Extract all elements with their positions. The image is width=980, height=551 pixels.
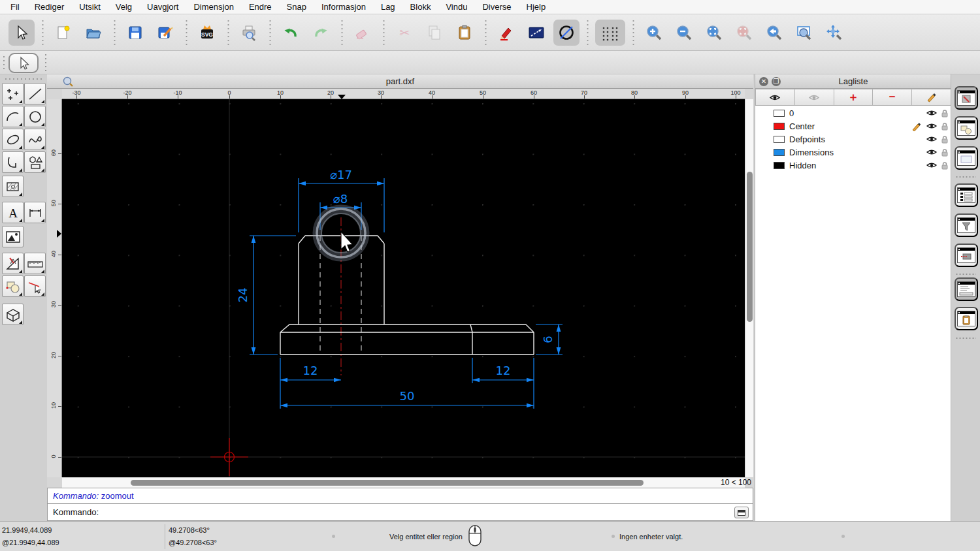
menu-bar: Fil Rediger Utsikt Velg Uavgjort Dimensj…	[0, 0, 980, 14]
open-file-button[interactable]	[80, 20, 106, 46]
undo-button[interactable]	[278, 20, 304, 46]
layer-lock-icon[interactable]	[941, 148, 949, 157]
copy-button[interactable]	[421, 20, 448, 46]
zoom-pan-button[interactable]	[821, 20, 847, 46]
polyline-tool-button[interactable]	[2, 151, 24, 173]
show-all-layers-button[interactable]	[755, 89, 795, 106]
command-history-label: Kommando:	[53, 491, 99, 501]
horizontal-scrollbar-thumb[interactable]	[131, 480, 644, 486]
layer-visibility-icon[interactable]	[926, 135, 937, 143]
dock-block-list-button[interactable]	[955, 116, 978, 140]
hide-all-layers-button[interactable]	[795, 89, 834, 106]
grid-toggle-button[interactable]	[595, 20, 625, 46]
menu-item-rediger[interactable]: Rediger	[35, 2, 65, 12]
cut-button[interactable]: ✂	[391, 20, 417, 46]
drawing-canvas[interactable]: ⌀17 ⌀8 24 12 12 50 6	[62, 99, 745, 477]
zoom-window-button[interactable]	[791, 20, 817, 46]
layer-visibility-icon[interactable]	[926, 122, 937, 130]
line-tool-button[interactable]	[24, 83, 46, 104]
menu-item-fil[interactable]: Fil	[10, 2, 20, 12]
layer-lock-icon[interactable]	[941, 161, 949, 170]
print-preview-button[interactable]	[236, 20, 262, 46]
zoom-out-button[interactable]	[671, 20, 697, 46]
menu-item-lag[interactable]: Lag	[381, 2, 395, 12]
dock-library-browser-button[interactable]	[955, 146, 978, 170]
save-as-button[interactable]	[152, 20, 178, 46]
polygon-tool-button[interactable]	[24, 151, 46, 173]
zoom-in-button[interactable]	[641, 20, 667, 46]
text-tool-button[interactable]: A	[2, 202, 24, 223]
line-settings-button[interactable]	[523, 20, 549, 46]
zoom-auto-button[interactable]	[701, 20, 727, 46]
draw-pencil-button[interactable]	[493, 20, 519, 46]
export-svg-button[interactable]: SVG	[194, 20, 220, 46]
menu-item-dimensjon[interactable]: Dimensjon	[193, 2, 233, 12]
paste-button[interactable]	[451, 20, 478, 46]
arc-tool-button[interactable]	[2, 106, 24, 127]
add-layer-button[interactable]: ＋	[834, 89, 874, 106]
block-tool-button[interactable]	[2, 276, 24, 297]
dock-layer-list-button[interactable]	[955, 86, 978, 110]
ruler-tool-button[interactable]	[24, 253, 46, 274]
document-title-bar[interactable]: part.dxf	[47, 74, 753, 89]
circle-tool-button[interactable]	[553, 20, 580, 46]
remove-layer-button[interactable]: −	[873, 89, 912, 106]
ellipse-tool-button[interactable]	[2, 129, 24, 150]
layer-lock-icon[interactable]	[941, 109, 949, 118]
layer-visibility-icon[interactable]	[926, 109, 937, 117]
erase-button[interactable]	[350, 20, 376, 46]
zoom-previous-button[interactable]	[761, 20, 787, 46]
menu-item-endre[interactable]: Endre	[249, 2, 272, 12]
dock-pen-panel-button[interactable]	[955, 244, 978, 267]
menu-item-velg[interactable]: Velg	[116, 2, 132, 12]
command-input[interactable]: Kommando:	[47, 503, 753, 521]
horizontal-scrollbar[interactable]	[62, 477, 745, 488]
dimension-tool-button[interactable]	[24, 202, 46, 223]
menu-item-utsikt[interactable]: Utsikt	[79, 2, 101, 12]
menu-item-informasjon[interactable]: Informasjon	[321, 2, 366, 12]
spline-tool-button[interactable]	[24, 129, 46, 150]
menu-item-blokk[interactable]: Blokk	[410, 2, 431, 12]
select-arrow-button[interactable]	[8, 20, 35, 46]
close-panel-button[interactable]: ✕	[759, 77, 768, 86]
vertical-scrollbar-thumb[interactable]	[747, 172, 753, 322]
menu-item-diverse[interactable]: Diverse	[482, 2, 511, 12]
menu-item-uavgjort[interactable]: Uavgjort	[147, 2, 178, 12]
redo-button[interactable]	[308, 20, 334, 46]
menu-item-hjelp[interactable]: Hjelp	[527, 2, 546, 12]
edit-layer-button[interactable]	[912, 89, 951, 106]
hatch-tool-button[interactable]	[2, 176, 24, 197]
layer-row-0[interactable]: 0	[755, 107, 951, 120]
circle-tool-button[interactable]	[24, 106, 46, 127]
polygon-shapes-icon	[27, 154, 44, 171]
layer-lock-icon[interactable]	[941, 122, 949, 131]
active-tool-select-button[interactable]	[8, 53, 39, 73]
layer-row-defpoints[interactable]: Defpoints	[755, 133, 951, 146]
layer-row-center[interactable]: Center	[755, 120, 951, 133]
float-panel-button[interactable]: ❐	[772, 77, 781, 86]
vruler-label: 40	[50, 246, 57, 262]
dock-clipboard-panel-button[interactable]	[955, 307, 978, 330]
layer-visibility-icon[interactable]	[926, 148, 937, 156]
solid-3d-tool-button[interactable]	[2, 304, 24, 325]
entity-list-window-icon	[957, 187, 975, 203]
zoom-selection-button[interactable]	[731, 20, 757, 46]
menu-item-snap[interactable]: Snap	[287, 2, 306, 12]
vertical-scrollbar[interactable]	[745, 99, 753, 477]
dock-selection-filter-button[interactable]	[955, 213, 978, 237]
layer-visibility-icon[interactable]	[926, 161, 937, 169]
layer-lock-icon[interactable]	[941, 135, 949, 144]
dock-entity-list-button[interactable]	[955, 183, 978, 207]
menu-item-vindu[interactable]: Vindu	[446, 2, 467, 12]
save-button[interactable]	[122, 20, 148, 46]
image-tool-button[interactable]	[2, 226, 24, 247]
dock-command-line-button[interactable]	[955, 277, 978, 301]
select-entity-tool-button[interactable]	[24, 276, 46, 297]
layer-row-dimensions[interactable]: Dimensions	[755, 146, 951, 159]
svg-text:A: A	[8, 206, 18, 220]
layer-row-hidden[interactable]: Hidden	[755, 159, 951, 172]
new-document-button[interactable]	[50, 20, 76, 46]
points-tool-button[interactable]	[2, 83, 24, 104]
command-dock-toggle-button[interactable]	[734, 507, 749, 518]
measure-tool-button[interactable]	[2, 253, 24, 274]
